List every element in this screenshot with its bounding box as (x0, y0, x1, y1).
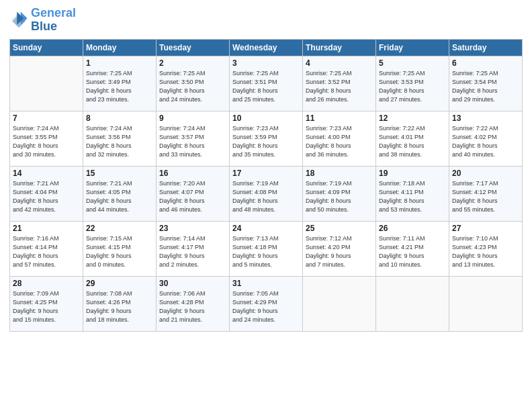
day-info: Sunrise: 7:08 AMSunset: 4:26 PMDaylight:… (86, 289, 153, 324)
weekday-tuesday: Tuesday (157, 39, 230, 56)
day-number: 16 (159, 169, 226, 178)
calendar-cell (303, 276, 376, 331)
day-info: Sunrise: 7:24 AMSunset: 3:55 PMDaylight:… (13, 124, 80, 159)
day-number: 15 (86, 169, 153, 178)
day-number: 14 (13, 169, 80, 178)
day-number: 24 (232, 224, 300, 233)
day-number: 31 (232, 279, 300, 288)
weekday-wednesday: Wednesday (230, 39, 303, 56)
day-number: 29 (86, 279, 153, 288)
day-info: Sunrise: 7:22 AMSunset: 4:02 PMDaylight:… (452, 124, 519, 159)
weekday-saturday: Saturday (449, 39, 523, 56)
day-number: 2 (159, 58, 226, 68)
day-info: Sunrise: 7:25 AMSunset: 3:49 PMDaylight:… (86, 69, 153, 104)
calendar-cell: 10Sunrise: 7:23 AMSunset: 3:59 PMDayligh… (230, 111, 303, 166)
calendar-cell: 11Sunrise: 7:23 AMSunset: 4:00 PMDayligh… (303, 111, 376, 166)
day-info: Sunrise: 7:18 AMSunset: 4:11 PMDaylight:… (379, 179, 446, 214)
day-info: Sunrise: 7:15 AMSunset: 4:15 PMDaylight:… (86, 234, 153, 269)
day-info: Sunrise: 7:10 AMSunset: 4:23 PMDaylight:… (452, 234, 519, 269)
calendar-cell (10, 56, 83, 111)
calendar-cell: 6Sunrise: 7:25 AMSunset: 3:54 PMDaylight… (449, 56, 523, 111)
day-info: Sunrise: 7:25 AMSunset: 3:51 PMDaylight:… (232, 69, 300, 104)
calendar-cell: 21Sunrise: 7:16 AMSunset: 4:14 PMDayligh… (10, 221, 83, 276)
logo-text: GeneralBlue (31, 7, 76, 34)
day-info: Sunrise: 7:16 AMSunset: 4:14 PMDaylight:… (13, 234, 80, 269)
page-header: GeneralBlue (9, 7, 523, 34)
day-number: 11 (306, 113, 373, 123)
calendar-table: SundayMondayTuesdayWednesdayThursdayFrid… (9, 39, 523, 332)
calendar-cell: 17Sunrise: 7:19 AMSunset: 4:08 PMDayligh… (230, 166, 303, 221)
day-number: 5 (379, 58, 446, 68)
day-info: Sunrise: 7:19 AMSunset: 4:09 PMDaylight:… (306, 179, 373, 214)
calendar-cell: 23Sunrise: 7:14 AMSunset: 4:17 PMDayligh… (157, 221, 230, 276)
calendar-cell: 26Sunrise: 7:11 AMSunset: 4:21 PMDayligh… (376, 221, 449, 276)
day-info: Sunrise: 7:22 AMSunset: 4:01 PMDaylight:… (379, 124, 446, 159)
day-number: 25 (306, 224, 373, 233)
day-info: Sunrise: 7:20 AMSunset: 4:07 PMDaylight:… (159, 179, 226, 214)
calendar-cell: 24Sunrise: 7:13 AMSunset: 4:18 PMDayligh… (230, 221, 303, 276)
calendar-cell: 5Sunrise: 7:25 AMSunset: 3:53 PMDaylight… (376, 56, 449, 111)
day-number: 22 (86, 224, 153, 233)
day-number: 4 (306, 58, 373, 68)
calendar-cell: 31Sunrise: 7:05 AMSunset: 4:29 PMDayligh… (230, 276, 303, 331)
day-info: Sunrise: 7:17 AMSunset: 4:12 PMDaylight:… (452, 179, 519, 214)
weekday-header-row: SundayMondayTuesdayWednesdayThursdayFrid… (10, 39, 523, 56)
calendar-cell: 8Sunrise: 7:24 AMSunset: 3:56 PMDaylight… (83, 111, 157, 166)
day-number: 23 (159, 224, 226, 233)
day-number: 20 (452, 169, 519, 178)
week-row-2: 7Sunrise: 7:24 AMSunset: 3:55 PMDaylight… (10, 111, 523, 166)
day-number: 21 (13, 224, 80, 233)
day-number: 19 (379, 169, 446, 178)
day-info: Sunrise: 7:12 AMSunset: 4:20 PMDaylight:… (306, 234, 373, 269)
calendar-cell: 28Sunrise: 7:09 AMSunset: 4:25 PMDayligh… (10, 276, 83, 331)
calendar-cell: 30Sunrise: 7:06 AMSunset: 4:28 PMDayligh… (157, 276, 230, 331)
calendar-cell: 1Sunrise: 7:25 AMSunset: 3:49 PMDaylight… (83, 56, 157, 111)
day-info: Sunrise: 7:13 AMSunset: 4:18 PMDaylight:… (232, 234, 300, 269)
day-number: 27 (452, 224, 519, 233)
day-number: 9 (159, 113, 226, 123)
calendar-cell: 12Sunrise: 7:22 AMSunset: 4:01 PMDayligh… (376, 111, 449, 166)
day-number: 6 (452, 58, 519, 68)
day-number: 8 (86, 113, 153, 123)
day-info: Sunrise: 7:11 AMSunset: 4:21 PMDaylight:… (379, 234, 446, 269)
calendar-cell: 22Sunrise: 7:15 AMSunset: 4:15 PMDayligh… (83, 221, 157, 276)
calendar-cell (449, 276, 523, 331)
calendar-cell: 4Sunrise: 7:25 AMSunset: 3:52 PMDaylight… (303, 56, 376, 111)
day-info: Sunrise: 7:06 AMSunset: 4:28 PMDaylight:… (159, 289, 226, 324)
calendar-cell: 25Sunrise: 7:12 AMSunset: 4:20 PMDayligh… (303, 221, 376, 276)
calendar-cell: 15Sunrise: 7:21 AMSunset: 4:05 PMDayligh… (83, 166, 157, 221)
logo-icon (9, 11, 28, 30)
day-info: Sunrise: 7:19 AMSunset: 4:08 PMDaylight:… (232, 179, 300, 214)
day-number: 1 (86, 58, 153, 68)
day-number: 18 (306, 169, 373, 178)
day-number: 12 (379, 113, 446, 123)
day-info: Sunrise: 7:23 AMSunset: 3:59 PMDaylight:… (232, 124, 300, 159)
day-info: Sunrise: 7:05 AMSunset: 4:29 PMDaylight:… (232, 289, 300, 324)
week-row-1: 1Sunrise: 7:25 AMSunset: 3:49 PMDaylight… (10, 56, 523, 111)
day-info: Sunrise: 7:25 AMSunset: 3:50 PMDaylight:… (159, 69, 226, 104)
day-info: Sunrise: 7:23 AMSunset: 4:00 PMDaylight:… (306, 124, 373, 159)
day-number: 28 (13, 279, 80, 288)
week-row-3: 14Sunrise: 7:21 AMSunset: 4:04 PMDayligh… (10, 166, 523, 221)
week-row-4: 21Sunrise: 7:16 AMSunset: 4:14 PMDayligh… (10, 221, 523, 276)
week-row-5: 28Sunrise: 7:09 AMSunset: 4:25 PMDayligh… (10, 276, 523, 331)
calendar-cell: 9Sunrise: 7:24 AMSunset: 3:57 PMDaylight… (157, 111, 230, 166)
weekday-sunday: Sunday (10, 39, 83, 56)
calendar-cell (376, 276, 449, 331)
day-info: Sunrise: 7:25 AMSunset: 3:52 PMDaylight:… (306, 69, 373, 104)
day-number: 30 (159, 279, 226, 288)
day-number: 17 (232, 169, 300, 178)
day-number: 26 (379, 224, 446, 233)
day-info: Sunrise: 7:24 AMSunset: 3:57 PMDaylight:… (159, 124, 226, 159)
day-number: 7 (13, 113, 80, 123)
day-info: Sunrise: 7:09 AMSunset: 4:25 PMDaylight:… (13, 289, 80, 324)
calendar-cell: 3Sunrise: 7:25 AMSunset: 3:51 PMDaylight… (230, 56, 303, 111)
calendar-cell: 29Sunrise: 7:08 AMSunset: 4:26 PMDayligh… (83, 276, 157, 331)
weekday-thursday: Thursday (303, 39, 376, 56)
day-info: Sunrise: 7:25 AMSunset: 3:54 PMDaylight:… (452, 69, 519, 104)
calendar-cell: 7Sunrise: 7:24 AMSunset: 3:55 PMDaylight… (10, 111, 83, 166)
day-number: 10 (232, 113, 300, 123)
calendar-cell: 16Sunrise: 7:20 AMSunset: 4:07 PMDayligh… (157, 166, 230, 221)
calendar-cell: 19Sunrise: 7:18 AMSunset: 4:11 PMDayligh… (376, 166, 449, 221)
weekday-monday: Monday (83, 39, 157, 56)
